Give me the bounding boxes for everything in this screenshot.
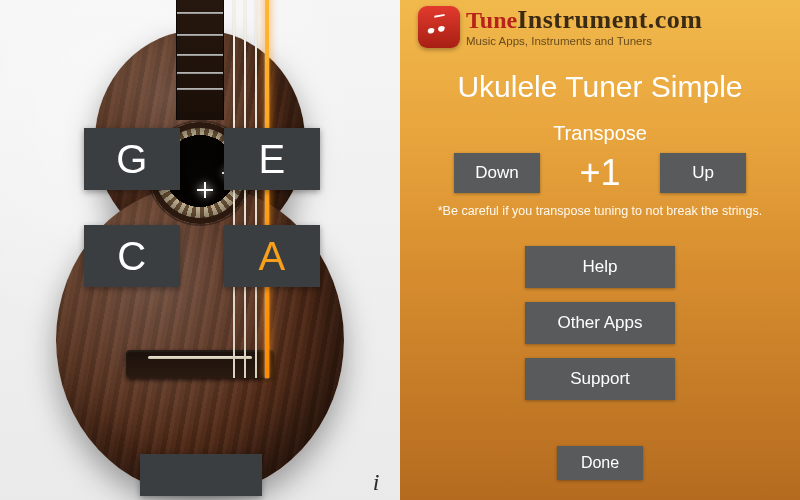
brand-tagline: Music Apps, Instruments and Tuners	[466, 36, 652, 48]
done-button[interactable]: Done	[557, 446, 643, 480]
transpose-value: +1	[570, 152, 630, 194]
info-button[interactable]: i	[364, 470, 388, 494]
support-button[interactable]: Support	[525, 358, 675, 400]
string-note-label: A	[258, 234, 285, 279]
info-icon: i	[373, 469, 380, 496]
transpose-up-button[interactable]: Up	[660, 153, 746, 193]
app-title: Ukulele Tuner Simple	[400, 70, 800, 104]
instrument-view: G E C A i	[0, 0, 400, 500]
brand-logo: TuneInstrument.com Music Apps, Instrumen…	[418, 6, 788, 48]
bottom-blank-button[interactable]	[140, 454, 262, 496]
transpose-warning: *Be careful if you transpose tuning to n…	[420, 204, 780, 218]
transpose-section-label: Transpose	[400, 122, 800, 145]
treble-clef-note-icon	[418, 6, 460, 48]
transpose-down-button[interactable]: Down	[454, 153, 540, 193]
string-button-g[interactable]: G	[84, 128, 180, 190]
other-apps-button[interactable]: Other Apps	[525, 302, 675, 344]
brand-wordmark: TuneInstrument.com	[466, 7, 703, 33]
string-button-e[interactable]: E	[224, 128, 320, 190]
help-button[interactable]: Help	[525, 246, 675, 288]
string-note-label: C	[117, 234, 146, 279]
string-button-a[interactable]: A	[224, 225, 320, 287]
string-button-c[interactable]: C	[84, 225, 180, 287]
string-note-label: E	[258, 137, 285, 182]
string-note-label: G	[116, 137, 148, 182]
settings-panel: TuneInstrument.com Music Apps, Instrumen…	[400, 0, 800, 500]
